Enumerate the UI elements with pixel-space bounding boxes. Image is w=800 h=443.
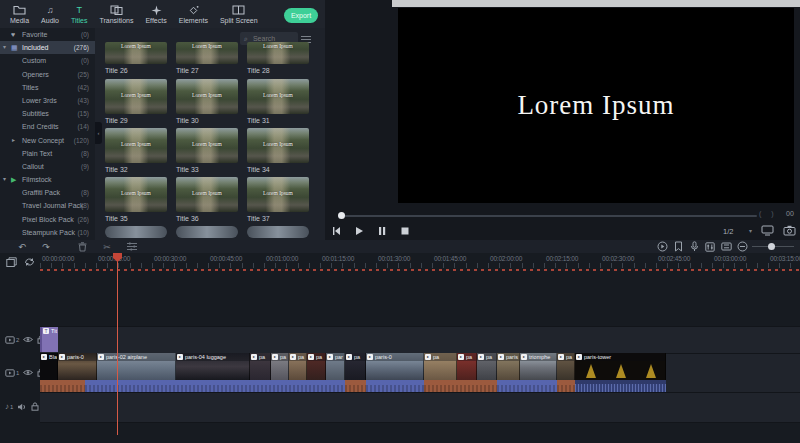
sidebar-item-custom[interactable]: Custom(0) bbox=[0, 54, 95, 67]
sidebar-item-steampunk-pack[interactable]: Steampunk Pack(10) bbox=[0, 226, 95, 239]
title-thumbnail[interactable]: Lorem IpsumTitle 37 bbox=[247, 177, 309, 222]
sidebar-item-titles[interactable]: Titles(42) bbox=[0, 81, 95, 94]
title-thumbnail-loading[interactable] bbox=[247, 226, 309, 238]
text-icon: T bbox=[76, 5, 82, 16]
sidebar-item-new-concept[interactable]: ▸New Concept(120) bbox=[0, 134, 95, 147]
audio-track-1-header: ♪ 1 bbox=[0, 392, 40, 421]
previous-frame-button[interactable] bbox=[329, 224, 343, 238]
chevron-right-icon[interactable]: ▸ bbox=[12, 134, 15, 147]
sidebar-item-label: Travel Journal Pack bbox=[22, 199, 84, 212]
sidebar-item-included[interactable]: ▾▦Included(276) bbox=[0, 41, 95, 54]
ruler-label: 00:01:45:00 bbox=[434, 255, 466, 262]
clip-media-icon: ▸ bbox=[425, 354, 431, 360]
keyboard-shortcut-icon[interactable] bbox=[720, 241, 732, 252]
sidebar-item-openers[interactable]: Openers(25) bbox=[0, 68, 95, 81]
timeline-clip[interactable]: ▸pa bbox=[271, 353, 289, 380]
timeline-clip[interactable]: ▸pa bbox=[477, 353, 497, 380]
timeline-clip[interactable]: ▸paris-tower bbox=[575, 353, 666, 380]
timeline-clip[interactable]: ▸Bla bbox=[40, 353, 58, 380]
sidebar-item-filmstock[interactable]: ▾▶Filmstock bbox=[0, 173, 95, 186]
timeline-clip[interactable]: ▸paris-0 bbox=[58, 353, 97, 380]
lock-icon[interactable] bbox=[31, 402, 39, 411]
sidebar-item-count: (8) bbox=[81, 186, 89, 199]
chevron-down-icon[interactable]: ▾ bbox=[3, 41, 6, 54]
timeline-clip[interactable]: ▸pa bbox=[457, 353, 477, 380]
title-thumbnail[interactable]: Lorem IpsumTitle 33 bbox=[176, 128, 238, 173]
sidebar-item-lower-3rds[interactable]: Lower 3rds(43) bbox=[0, 94, 95, 107]
voiceover-mic-icon[interactable] bbox=[688, 241, 700, 252]
collapse-panel-handle[interactable]: ‹ bbox=[95, 122, 102, 144]
timeline-title-clip[interactable]: T Tit bbox=[40, 327, 58, 352]
seek-handle[interactable] bbox=[338, 212, 345, 219]
split-scissors-icon[interactable]: ✂ bbox=[101, 241, 113, 252]
timeline-clip[interactable]: ▸paris-04 luggage bbox=[176, 353, 250, 380]
speaker-icon[interactable] bbox=[17, 403, 27, 411]
adjust-icon[interactable] bbox=[126, 241, 138, 252]
tab-elements[interactable]: Elements bbox=[173, 0, 214, 28]
title-thumbnail[interactable]: Lorem IpsumTitle 35 bbox=[105, 177, 167, 222]
title-thumbnail[interactable]: Lorem IpsumTitle 34 bbox=[247, 128, 309, 173]
delete-icon[interactable] bbox=[76, 241, 88, 252]
audio-mixer-icon[interactable] bbox=[704, 241, 716, 252]
sidebar-item-travel-journal-pack[interactable]: Travel Journal Pack(8) bbox=[0, 199, 95, 212]
render-preview-icon[interactable] bbox=[656, 241, 668, 252]
tab-split-screen[interactable]: Split Screen bbox=[214, 0, 264, 28]
play-button[interactable] bbox=[352, 224, 366, 238]
chevron-down-icon[interactable]: ▾ bbox=[749, 227, 752, 234]
timeline-clip[interactable]: ▸pa bbox=[250, 353, 271, 380]
tab-transitions[interactable]: Transitions bbox=[93, 0, 139, 28]
timeline-clip[interactable]: ▸triomphe bbox=[520, 353, 557, 380]
sidebar-item-plain-text[interactable]: Plain Text(8) bbox=[0, 147, 95, 160]
sidebar-item-subtitles[interactable]: Subtitles(15) bbox=[0, 107, 95, 120]
video-track-2-lane[interactable] bbox=[40, 326, 800, 355]
title-thumbnail-loading[interactable] bbox=[176, 226, 238, 238]
zoom-out-icon[interactable] bbox=[736, 241, 748, 252]
title-thumbnail[interactable]: Lorem IpsumTitle 27 bbox=[176, 42, 238, 74]
sidebar-item-graffiti-pack[interactable]: Graffiti Pack(8) bbox=[0, 186, 95, 199]
undo-icon[interactable]: ↶ bbox=[16, 241, 28, 252]
timeline-zoom-handle[interactable] bbox=[768, 243, 775, 250]
clip-header: ▸pa bbox=[307, 353, 325, 361]
eye-icon[interactable] bbox=[23, 336, 33, 343]
title-thumbnail[interactable]: Lorem IpsumTitle 28 bbox=[247, 42, 309, 74]
timeline-clip[interactable]: ▸par bbox=[326, 353, 345, 380]
snapshot-camera-icon[interactable] bbox=[783, 225, 796, 236]
title-thumbnail[interactable]: Lorem IpsumTitle 36 bbox=[176, 177, 238, 222]
tab-media[interactable]: Media bbox=[4, 0, 35, 28]
sidebar-item-favorite[interactable]: ♥Favorite(0) bbox=[0, 28, 95, 41]
timeline-clip[interactable]: ▸paris-0 bbox=[366, 353, 424, 380]
marker-icon[interactable] bbox=[672, 241, 684, 252]
audio-track-1-lane[interactable] bbox=[40, 392, 800, 423]
pause-button[interactable] bbox=[375, 224, 389, 238]
title-thumbnail[interactable]: Lorem IpsumTitle 31 bbox=[247, 79, 309, 124]
sidebar-item-pixel-block-pack[interactable]: Pixel Block Pack(26) bbox=[0, 213, 95, 226]
title-thumbnail[interactable]: Lorem IpsumTitle 26 bbox=[105, 42, 167, 74]
export-button[interactable]: Export bbox=[284, 8, 318, 23]
chevron-down-icon[interactable]: ▾ bbox=[3, 173, 6, 186]
clip-header: ▸pa bbox=[250, 353, 270, 361]
tab-titles[interactable]: T Titles bbox=[65, 0, 93, 30]
fullscreen-display-icon[interactable] bbox=[761, 225, 774, 236]
timeline-clip[interactable]: ▸paris-02 airplane bbox=[97, 353, 176, 380]
track-switch-icon[interactable] bbox=[23, 256, 36, 267]
title-thumbnail-loading[interactable] bbox=[105, 226, 167, 238]
clip-media-icon: ▸ bbox=[558, 354, 564, 360]
manage-tracks-icon[interactable] bbox=[5, 256, 18, 267]
title-thumbnail[interactable]: Lorem IpsumTitle 32 bbox=[105, 128, 167, 173]
playback-quality-dropdown[interactable]: 1/2 bbox=[723, 227, 733, 236]
sidebar-item-callout[interactable]: Callout(9) bbox=[0, 160, 95, 173]
tab-audio[interactable]: ♫ Audio bbox=[35, 0, 65, 28]
timeline-clip[interactable]: ▸pa bbox=[424, 353, 457, 380]
stop-button[interactable] bbox=[398, 224, 412, 238]
redo-icon[interactable]: ↷ bbox=[40, 241, 52, 252]
timeline-clip[interactable]: ▸paris bbox=[497, 353, 520, 380]
tab-effects[interactable]: Effects bbox=[139, 0, 172, 28]
seek-slider[interactable] bbox=[340, 215, 757, 217]
timeline-clip[interactable]: ▸pa bbox=[557, 353, 575, 380]
title-thumbnail[interactable]: Lorem IpsumTitle 30 bbox=[176, 79, 238, 124]
timeline-clip[interactable]: ▸pa bbox=[307, 353, 326, 380]
sidebar-item-end-credits[interactable]: End Credits(14) bbox=[0, 120, 95, 133]
timeline-clip[interactable]: ▸pa bbox=[289, 353, 307, 380]
title-thumbnail[interactable]: Lorem IpsumTitle 29 bbox=[105, 79, 167, 124]
timeline-clip[interactable]: ▸pa bbox=[345, 353, 366, 380]
